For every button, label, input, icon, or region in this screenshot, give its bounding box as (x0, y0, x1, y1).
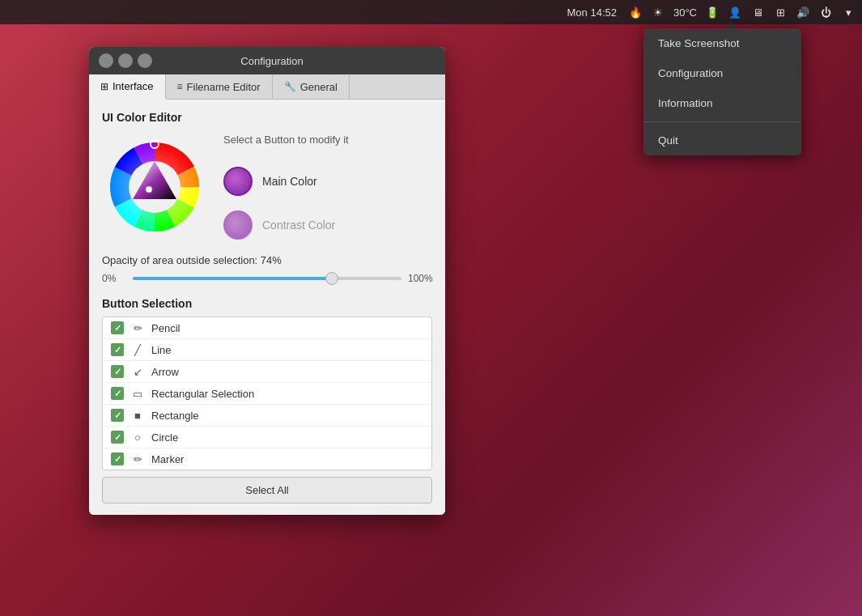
topbar: Mon 14:52 🔥 ☀ 30°C 🔋 👤 🖥 ⊞ 🔊 ⏻ ▾ (0, 0, 862, 24)
line-label: Line (151, 344, 172, 356)
tab-interface-label: Interface (113, 80, 154, 92)
pencil-icon: ✏ (130, 322, 145, 334)
slider-thumb[interactable] (325, 272, 338, 285)
contrast-color-row: Contrast Color (223, 210, 432, 240)
list-item[interactable]: ✓ ✏ Pencil (103, 317, 431, 339)
window-minimize-button[interactable] (118, 53, 133, 68)
list-item[interactable]: ✓ ✏ Marker (103, 448, 431, 469)
tab-filename-label: Filename Editor (187, 81, 261, 93)
color-wheel-container[interactable] (102, 134, 207, 240)
select-all-button[interactable]: Select All (102, 477, 432, 503)
marker-label: Marker (151, 453, 184, 465)
list-item[interactable]: ✓ ○ Circle (103, 427, 431, 448)
circle-icon: ○ (130, 431, 145, 444)
tab-bar: ⊞ Interface ≡ Filename Editor 🔧 General (89, 74, 445, 100)
list-item[interactable]: ✓ ╱ Line (103, 339, 431, 361)
topbar-time: Mon 14:52 (567, 6, 617, 19)
interface-tab-icon: ⊞ (100, 81, 108, 92)
svg-point-5 (146, 186, 152, 193)
window-title: Configuration (152, 55, 392, 67)
menu-item-screenshot[interactable]: Take Screenshot (643, 28, 801, 58)
dropdown-menu: Take Screenshot Configuration Informatio… (643, 28, 801, 155)
slider-row: 0% 100% (102, 273, 432, 284)
contrast-color-button[interactable] (223, 210, 253, 240)
color-buttons-panel: Select a Button to modify it Main Color … (223, 134, 432, 240)
main-color-button[interactable] (223, 167, 253, 196)
temp-icon: ☀ (651, 5, 665, 19)
rect-selection-icon: ▭ (130, 388, 145, 400)
arrow-label: Arrow (151, 366, 179, 378)
app-icon[interactable]: 🔥 (628, 5, 643, 19)
marker-checkbox[interactable]: ✓ (111, 452, 124, 465)
window-controls (99, 53, 152, 68)
tab-filename-editor[interactable]: ≡ Filename Editor (166, 74, 273, 99)
main-color-row: Main Color (223, 167, 432, 196)
slider-max-label: 100% (408, 273, 432, 284)
tab-general[interactable]: 🔧 General (273, 74, 350, 99)
battery-icon: 🔋 (705, 5, 720, 19)
line-checkbox[interactable]: ✓ (111, 343, 124, 356)
pencil-label: Pencil (151, 322, 180, 334)
power-icon[interactable]: ⏻ (818, 5, 833, 19)
menu-item-information[interactable]: Information (643, 88, 801, 118)
temperature: 30°C (673, 6, 697, 19)
display-icon: 🖥 (750, 5, 765, 19)
main-color-label: Main Color (262, 175, 317, 188)
marker-icon: ✏ (130, 453, 145, 465)
menu-item-configuration[interactable]: Configuration (643, 58, 801, 88)
general-tab-icon: 🔧 (284, 81, 296, 92)
chevron-down-icon[interactable]: ▾ (841, 5, 856, 19)
opacity-slider-track[interactable] (133, 277, 401, 280)
pencil-checkbox[interactable]: ✓ (111, 321, 124, 334)
button-selection-list: ✓ ✏ Pencil ✓ ╱ Line ✓ ↙ Arrow ✓ ▭ Rectan… (102, 316, 432, 470)
opacity-label: Opacity of area outside selection: 74% (102, 254, 432, 266)
arrow-checkbox[interactable]: ✓ (111, 365, 124, 378)
color-wheel[interactable] (102, 134, 207, 240)
list-item[interactable]: ✓ ▭ Rectangular Selection (103, 383, 431, 405)
button-selection-title: Button Selection (102, 297, 432, 310)
list-item[interactable]: ✓ ■ Rectangle (103, 405, 431, 427)
rectangle-icon: ■ (130, 410, 145, 422)
line-icon: ╱ (130, 344, 145, 356)
menu-item-quit[interactable]: Quit (643, 125, 801, 155)
rect-selection-label: Rectangular Selection (151, 388, 254, 400)
window-titlebar: Configuration (89, 47, 445, 74)
rect-selection-checkbox[interactable]: ✓ (111, 387, 124, 400)
window-content: UI Color Editor (89, 100, 445, 515)
rectangle-label: Rectangle (151, 410, 199, 422)
rectangle-checkbox[interactable]: ✓ (111, 409, 124, 422)
list-item[interactable]: ✓ ↙ Arrow (103, 361, 431, 383)
user-icon: 👤 (728, 5, 742, 19)
menu-separator (643, 121, 801, 122)
window-maximize-button[interactable] (138, 53, 152, 68)
tab-general-label: General (300, 81, 338, 93)
config-window: Configuration ⊞ Interface ≡ Filename Edi… (89, 47, 445, 515)
contrast-color-label: Contrast Color (262, 219, 335, 232)
tab-interface[interactable]: ⊞ Interface (89, 74, 166, 100)
opacity-section: Opacity of area outside selection: 74% 0… (102, 254, 432, 284)
color-editor-prompt: Select a Button to modify it (223, 134, 432, 146)
color-editor: Select a Button to modify it Main Color … (102, 134, 432, 240)
volume-icon: 🔊 (796, 5, 810, 19)
ui-color-editor-title: UI Color Editor (102, 111, 432, 124)
filename-tab-icon: ≡ (177, 81, 183, 92)
network-icon: ⊞ (773, 5, 788, 19)
arrow-icon: ↙ (130, 366, 145, 378)
window-close-button[interactable] (99, 53, 113, 68)
circle-label: Circle (151, 431, 178, 444)
slider-min-label: 0% (102, 273, 126, 284)
circle-checkbox[interactable]: ✓ (111, 431, 124, 444)
slider-fill (133, 277, 332, 280)
